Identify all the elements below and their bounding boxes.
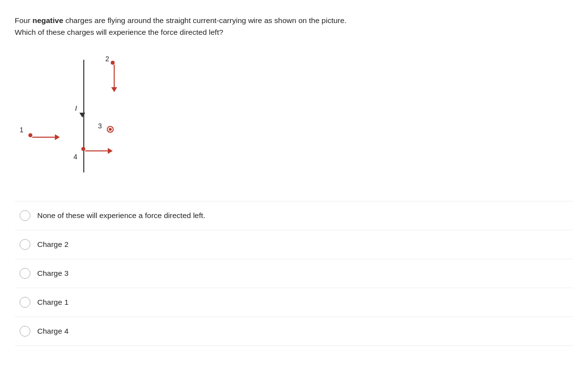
charge3-label: 3 bbox=[98, 122, 102, 130]
choice-charge4[interactable]: Charge 4 bbox=[15, 317, 573, 346]
choice-charge4-label: Charge 4 bbox=[37, 327, 69, 336]
charge1-label: 1 bbox=[20, 126, 24, 134]
charge3-dot bbox=[107, 126, 114, 133]
choice-charge3[interactable]: Charge 3 bbox=[15, 259, 573, 288]
radio-none[interactable] bbox=[20, 210, 30, 221]
charge1-arrow bbox=[32, 134, 60, 140]
charge1-dot bbox=[28, 133, 32, 137]
answer-choices: None of these will experience a force di… bbox=[15, 201, 573, 346]
choice-none[interactable]: None of these will experience a force di… bbox=[15, 201, 573, 230]
radio-charge4[interactable] bbox=[20, 326, 30, 337]
physics-diagram: I 1 2 3 4 bbox=[15, 50, 172, 187]
charge2-arrow bbox=[111, 65, 117, 92]
charge4-arrow bbox=[85, 148, 113, 154]
radio-charge2[interactable] bbox=[20, 239, 30, 250]
choice-charge2-label: Charge 2 bbox=[37, 240, 69, 249]
charge4-dot bbox=[81, 147, 85, 151]
choice-charge1-label: Charge 1 bbox=[37, 298, 69, 307]
charge4-label: 4 bbox=[74, 153, 77, 161]
choice-charge3-label: Charge 3 bbox=[37, 269, 69, 278]
charge2-dot bbox=[111, 61, 115, 65]
current-direction-arrow bbox=[79, 113, 85, 118]
choice-none-label: None of these will experience a force di… bbox=[37, 211, 205, 220]
charge2-label: 2 bbox=[105, 55, 109, 63]
question-bold: negative bbox=[32, 16, 63, 24]
radio-charge1[interactable] bbox=[20, 297, 30, 308]
charge3-inner-dot bbox=[109, 128, 112, 131]
choice-charge2[interactable]: Charge 2 bbox=[15, 230, 573, 259]
radio-charge3[interactable] bbox=[20, 268, 30, 279]
question-text: Four negative charges are flying around … bbox=[15, 15, 358, 38]
choice-charge1[interactable]: Charge 1 bbox=[15, 288, 573, 317]
current-label: I bbox=[75, 104, 77, 112]
